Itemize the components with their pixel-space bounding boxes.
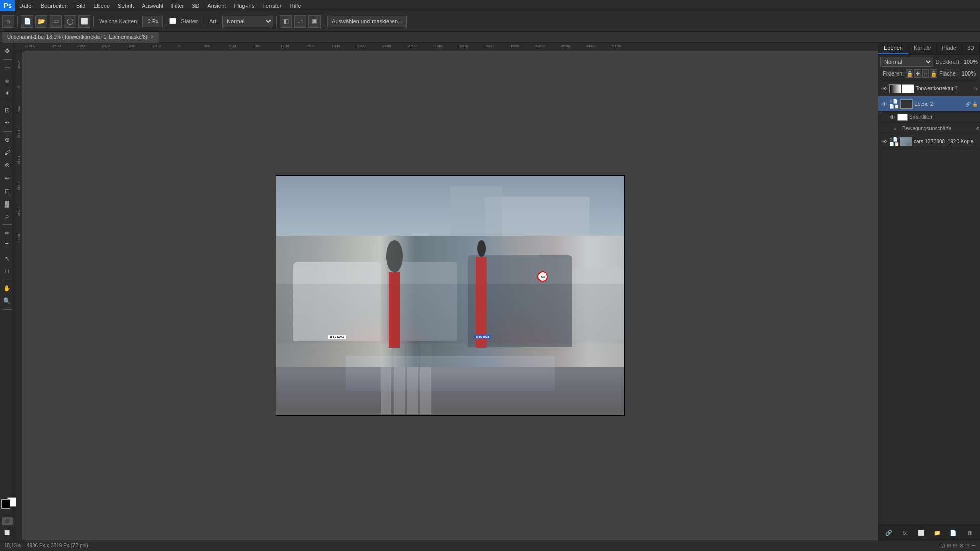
marquee-col[interactable]: ⬜ bbox=[78, 15, 90, 28]
layer-bewegungsunschaerfe[interactable]: ≡ Bewegungsunschärfe ⚙ bbox=[878, 123, 980, 134]
hat bbox=[477, 240, 485, 257]
ruler-mark: 300 bbox=[204, 44, 210, 48]
plate2: B 076825 bbox=[475, 335, 491, 339]
tab-title: Unbenannt-1 bei 18,1% (Tonwertkorrektur … bbox=[7, 34, 148, 40]
home-btn[interactable]: ⌂ bbox=[2, 15, 14, 28]
tool-move[interactable]: ✥ bbox=[1, 45, 13, 57]
blend-mode-select[interactable]: Normal bbox=[880, 57, 933, 67]
ruler-mark: 2100 bbox=[357, 44, 366, 48]
add-mask-btn[interactable]: ⬜ bbox=[916, 528, 926, 538]
select-mask-btn[interactable]: Auswählen und maskieren... bbox=[327, 16, 407, 27]
quick-mask[interactable]: ⬛ bbox=[2, 517, 13, 525]
menu-filter[interactable]: Filter bbox=[167, 0, 188, 11]
layer-smartfilter[interactable]: 👁 Smartfilter bbox=[878, 112, 980, 123]
new-layer-btn[interactable]: 📄 bbox=[948, 528, 959, 538]
tool-pen[interactable]: ✏ bbox=[1, 227, 13, 239]
tool-brush[interactable]: 🖌 bbox=[1, 146, 13, 159]
tb-icon2[interactable]: ⇌ bbox=[294, 15, 306, 28]
menu-schrift[interactable]: Schrift bbox=[114, 0, 138, 11]
tool-eyedropper[interactable]: ✒ bbox=[1, 117, 13, 129]
ruler-horizontal: -1800 -1500 -1200 -900 -600 -300 0 300 6… bbox=[14, 43, 878, 51]
tool-clone[interactable]: ⊗ bbox=[1, 159, 13, 171]
smartfilter-vis[interactable]: 👁 bbox=[889, 114, 896, 121]
layer-vis-icon[interactable]: 👁 bbox=[880, 101, 888, 108]
delete-layer-btn[interactable]: 🗑 bbox=[965, 528, 975, 538]
tool-eraser[interactable]: ◻ bbox=[1, 185, 13, 197]
tool-gradient[interactable]: ▓ bbox=[1, 197, 13, 210]
tab-close-btn[interactable]: × bbox=[151, 34, 154, 40]
tool-path-select[interactable]: ↖ bbox=[1, 253, 13, 265]
tool-lasso[interactable]: ⌾ bbox=[1, 74, 13, 87]
menu-ebene[interactable]: Ebene bbox=[89, 0, 114, 11]
layer-ebene2[interactable]: 👁 ⚙📄 📄📋 Ebene 2 🔗 🔓 bbox=[878, 96, 980, 112]
fix-icon-all[interactable]: 🔓 bbox=[930, 69, 937, 78]
app-logo: Ps bbox=[0, 0, 15, 11]
document-tab[interactable]: Unbenannt-1 bei 18,1% (Tonwertkorrektur … bbox=[2, 32, 159, 43]
menu-fenster[interactable]: Fenster bbox=[258, 0, 285, 11]
menu-3d[interactable]: 3D bbox=[188, 0, 203, 11]
menu-auswahl[interactable]: Auswahl bbox=[138, 0, 167, 11]
tab-pfade[interactable]: Pfade bbox=[937, 43, 962, 54]
layer-name-ebene2: Ebene 2 bbox=[914, 101, 964, 107]
menu-datei[interactable]: Datei bbox=[15, 0, 37, 11]
tool-history[interactable]: ↩ bbox=[1, 172, 13, 184]
tool-sep3 bbox=[2, 131, 12, 132]
fix-icon-lock[interactable]: 🔒 bbox=[906, 69, 913, 78]
tb-icon1[interactable]: ◧ bbox=[280, 15, 292, 28]
tool-quick-select[interactable]: ✦ bbox=[1, 87, 13, 99]
layer-vis-icon[interactable]: 👁 bbox=[880, 85, 888, 92]
foreground-color[interactable] bbox=[1, 499, 10, 509]
ruler-mark: 2400 bbox=[382, 44, 391, 48]
art-select[interactable]: Normal bbox=[222, 16, 273, 27]
ruler-mark: 2700 bbox=[408, 44, 417, 48]
add-style-btn[interactable]: fx bbox=[900, 528, 910, 538]
lock-icon: 🔓 bbox=[972, 102, 978, 107]
link-layers-btn[interactable]: 🔗 bbox=[884, 528, 894, 538]
weiche-kanten-input[interactable] bbox=[142, 16, 163, 27]
tool-hand[interactable]: ✋ bbox=[1, 282, 13, 294]
reflections bbox=[346, 356, 554, 392]
tool-crop[interactable]: ⊡ bbox=[1, 104, 13, 116]
weiche-kanten-label: Weiche Kanten: bbox=[97, 18, 140, 24]
menu-plugins[interactable]: Plug-ins bbox=[230, 0, 258, 11]
layer-vis-icon[interactable]: 👁 bbox=[880, 138, 888, 145]
menu-ansicht[interactable]: Ansicht bbox=[203, 0, 230, 11]
tb-icon3[interactable]: ▣ bbox=[308, 15, 321, 28]
layer-icons: fx bbox=[974, 86, 978, 91]
tool-shape[interactable]: □ bbox=[1, 265, 13, 278]
fix-icon-art[interactable]: ↔ bbox=[922, 69, 929, 78]
marquee-rect[interactable]: ▭ bbox=[50, 15, 62, 28]
tool-sep4 bbox=[2, 224, 12, 225]
screen-mode[interactable]: ⬜ bbox=[1, 527, 13, 539]
marquee-circ[interactable]: ◯ bbox=[64, 15, 76, 28]
canvas-image[interactable]: B 50 SAG B 076825 60 bbox=[276, 176, 624, 415]
statusbar-icon5: ⊡ bbox=[965, 543, 969, 548]
canvas-area: -1800 -1500 -1200 -900 -600 -300 0 300 6… bbox=[14, 43, 878, 540]
menu-hilfe[interactable]: Hilfe bbox=[285, 0, 305, 11]
layer-tonwertkorrektur[interactable]: 👁 Tonwertkorrektur 1 fx bbox=[878, 81, 980, 96]
tool-sep6 bbox=[2, 309, 12, 310]
tool-zoom[interactable]: 🔍 bbox=[1, 295, 13, 307]
glaetten-checkbox[interactable] bbox=[169, 18, 176, 24]
tool-sep2 bbox=[2, 102, 12, 102]
new-group-btn[interactable]: 📁 bbox=[932, 528, 942, 538]
panel-bottom-toolbar: 🔗 fx ⬜ 📁 📄 🗑 bbox=[878, 525, 980, 540]
fx-icon: fx bbox=[974, 86, 978, 91]
tool-dodge[interactable]: ○ bbox=[1, 210, 13, 222]
open-btn[interactable]: 📂 bbox=[35, 15, 47, 28]
fix-icon-move[interactable]: ✚ bbox=[914, 69, 921, 78]
tool-heal[interactable]: ⊕ bbox=[1, 134, 13, 146]
layer-cars-kopie[interactable]: 👁 ⚙📄 📄📋 cars-1273808_1920 Kopie bbox=[878, 134, 980, 149]
menu-bild[interactable]: Bild bbox=[72, 0, 89, 11]
layer-name-cars: cars-1273808_1920 Kopie bbox=[914, 139, 978, 144]
tab-kanaele[interactable]: Kanäle bbox=[909, 43, 937, 54]
statusbar-icon6: ⊢ bbox=[971, 543, 976, 548]
menu-bearbeiten[interactable]: Bearbeiten bbox=[37, 0, 72, 11]
new-btn[interactable]: 📄 bbox=[21, 15, 33, 28]
coat1 bbox=[389, 272, 400, 348]
fg-bg-colors bbox=[1, 499, 13, 514]
tab-ebenen[interactable]: Ebenen bbox=[878, 43, 909, 54]
tool-text[interactable]: T bbox=[1, 240, 13, 252]
tab-3d[interactable]: 3D bbox=[962, 43, 980, 54]
tool-select-rect[interactable]: ▭ bbox=[1, 62, 13, 74]
